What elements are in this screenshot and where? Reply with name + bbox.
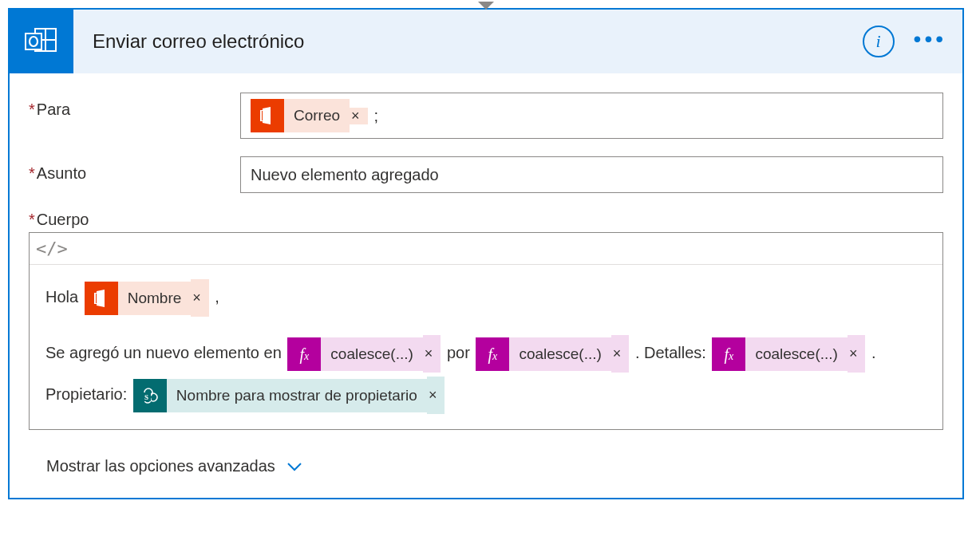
required-asterisk: * xyxy=(29,101,35,118)
cuerpo-field[interactable]: </> Hola Nombre × , xyxy=(29,232,943,430)
token-label: Nombre xyxy=(118,282,192,315)
token-remove-icon[interactable]: × xyxy=(191,279,209,317)
token-remove-icon[interactable]: × xyxy=(423,335,441,373)
token-label: coalesce(...) xyxy=(745,337,847,371)
token-label: coalesce(...) xyxy=(509,337,610,371)
body-text: Se agregó un nuevo elemento en xyxy=(45,344,286,361)
code-icon: </> xyxy=(36,239,68,258)
asunto-label: *Asunto xyxy=(29,156,240,183)
token-coalesce-2[interactable]: fx coalesce(...) × xyxy=(476,337,629,371)
token-owner-display[interactable]: S Nombre para mostrar de propietario × xyxy=(133,379,445,412)
card-title: Enviar correo electrónico xyxy=(73,30,863,53)
office-icon xyxy=(251,99,284,132)
info-icon[interactable]: i xyxy=(863,26,895,57)
sharepoint-icon: S xyxy=(133,379,167,412)
show-advanced-options[interactable]: Mostrar las opciones avanzadas xyxy=(29,457,943,475)
fx-icon: fx xyxy=(476,337,509,371)
outlook-icon xyxy=(10,10,73,73)
para-label: *Para xyxy=(29,93,240,119)
chevron-down-icon xyxy=(286,457,302,475)
body-text: por xyxy=(447,344,474,361)
token-correo[interactable]: Correo × xyxy=(251,99,368,132)
body-text: . xyxy=(871,344,876,361)
token-coalesce-1[interactable]: fx coalesce(...) × xyxy=(287,337,441,371)
action-card: Enviar correo electrónico i ••• *Para Co… xyxy=(8,8,964,499)
row-asunto: *Asunto xyxy=(29,156,943,193)
connector-arrow-icon xyxy=(478,2,494,10)
token-label: Nombre para mostrar de propietario xyxy=(167,379,427,412)
token-label: coalesce(...) xyxy=(321,337,422,371)
token-remove-icon[interactable]: × xyxy=(427,377,445,414)
code-view-button[interactable]: </> xyxy=(30,233,942,265)
card-body: *Para Correo × ; *Asunto xyxy=(10,73,962,498)
token-remove-icon[interactable]: × xyxy=(350,108,368,124)
row-para: *Para Correo × ; xyxy=(29,93,943,139)
row-cuerpo: *Cuerpo </> Hola Nombre × xyxy=(29,211,943,475)
token-remove-icon[interactable]: × xyxy=(848,335,866,373)
card-header[interactable]: Enviar correo electrónico i ••• xyxy=(10,10,962,73)
body-text: Propietario: xyxy=(45,385,132,403)
fx-icon: fx xyxy=(712,337,745,371)
fx-icon: fx xyxy=(287,337,321,371)
token-nombre[interactable]: Nombre × xyxy=(85,282,209,315)
asunto-input[interactable] xyxy=(249,165,934,185)
office-icon xyxy=(85,282,118,315)
token-coalesce-3[interactable]: fx coalesce(...) × xyxy=(712,337,865,371)
para-field[interactable]: Correo × ; xyxy=(240,93,943,139)
token-label: Correo xyxy=(284,99,350,132)
body-text: , xyxy=(215,288,219,306)
svg-text:S: S xyxy=(144,393,148,401)
more-menu-icon[interactable]: ••• xyxy=(914,28,946,55)
cuerpo-content[interactable]: Hola Nombre × , Se agregó un nuevo eleme… xyxy=(30,265,942,429)
required-asterisk: * xyxy=(29,211,35,228)
body-text: . Detalles: xyxy=(635,344,710,361)
required-asterisk: * xyxy=(29,164,35,182)
token-remove-icon[interactable]: × xyxy=(611,335,630,373)
para-suffix: ; xyxy=(369,107,379,125)
cuerpo-label: *Cuerpo xyxy=(29,211,943,229)
advanced-label: Mostrar las opciones avanzadas xyxy=(46,457,275,475)
asunto-field[interactable] xyxy=(240,156,943,193)
body-text: Hola xyxy=(45,288,83,306)
